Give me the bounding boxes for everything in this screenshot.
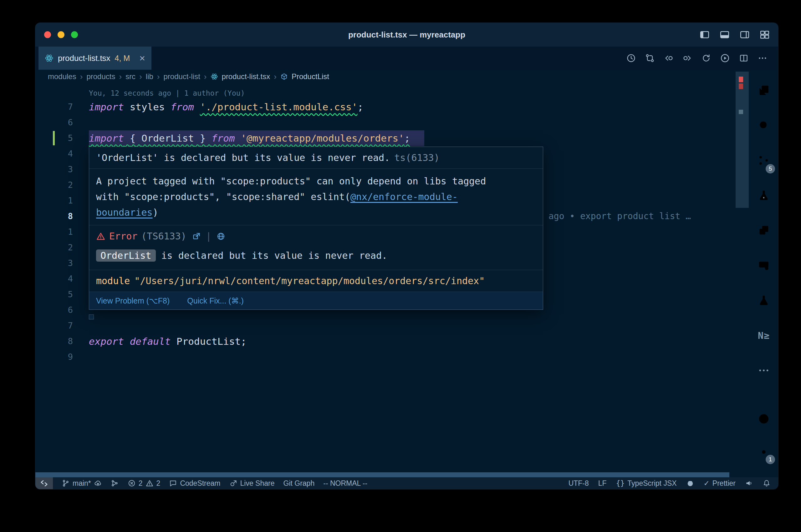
editor-group: modules › products › src › lib › product… bbox=[35, 70, 749, 472]
git-branch-item[interactable]: main* bbox=[62, 479, 102, 488]
open-docs-external-icon[interactable] bbox=[192, 232, 201, 241]
minimize-window-button[interactable] bbox=[58, 31, 65, 38]
live-share-item[interactable]: Live Share bbox=[229, 479, 275, 488]
previous-change-icon[interactable] bbox=[663, 53, 674, 63]
line-number: 6 bbox=[35, 302, 73, 318]
horizontal-scrollbar-thumb[interactable] bbox=[35, 472, 729, 477]
testing-icon[interactable] bbox=[749, 283, 779, 318]
rule-text: A project tagged with "scope:products" c… bbox=[96, 176, 486, 187]
settings-badge: 1 bbox=[766, 455, 775, 464]
punctuation: ; bbox=[358, 101, 364, 113]
quick-fix-button[interactable]: Quick Fix... (⌘.) bbox=[187, 296, 244, 305]
hover-resize-grip[interactable] bbox=[89, 315, 94, 320]
split-editor-icon[interactable] bbox=[739, 53, 749, 63]
errors-icon bbox=[128, 479, 136, 487]
breadcrumb-item-file[interactable]: product-list.tsx bbox=[222, 72, 270, 81]
code-line-export-default[interactable]: export default ProductList; bbox=[89, 334, 247, 349]
toggle-secondary-sidebar-icon[interactable] bbox=[739, 30, 750, 40]
tab-label: product-list.tsx bbox=[58, 54, 110, 63]
cloud-upload-icon bbox=[94, 479, 102, 487]
line-number: 5 bbox=[35, 287, 73, 302]
status-bar: main* 2 2 CodeStream Live Share Git Grap… bbox=[35, 477, 778, 489]
github-item[interactable] bbox=[686, 479, 694, 487]
git-graph-label: Git Graph bbox=[284, 479, 315, 488]
prettier-item[interactable]: ✓ Prettier bbox=[704, 479, 735, 488]
settings-gear-icon[interactable]: 1 bbox=[749, 435, 779, 469]
codestream-label: CodeStream bbox=[180, 479, 220, 488]
vertical-scrollbar-thumb[interactable] bbox=[735, 72, 749, 208]
diagnostic-code: ts(6133) bbox=[394, 152, 440, 163]
react-file-icon bbox=[211, 73, 218, 80]
remote-explorer-icon[interactable] bbox=[749, 248, 779, 283]
extensions-icon[interactable] bbox=[749, 213, 779, 248]
timeline-history-icon[interactable] bbox=[626, 53, 636, 63]
overview-error-mark bbox=[739, 77, 743, 82]
line-number: 4 bbox=[35, 271, 73, 287]
line-number: 2 bbox=[35, 240, 73, 255]
warnings-icon bbox=[145, 479, 153, 487]
nx-console-icon[interactable]: N≥ bbox=[749, 318, 779, 353]
line-number: 1 bbox=[35, 224, 73, 240]
compare-changes-icon[interactable] bbox=[645, 53, 655, 63]
keyword: from bbox=[170, 101, 194, 113]
tab-close-button[interactable]: × bbox=[139, 53, 145, 63]
breadcrumb-item-modules[interactable]: modules bbox=[48, 72, 76, 81]
line-number: 2 bbox=[35, 177, 73, 193]
codelens-blame[interactable]: You, 12 seconds ago | 1 author (You) bbox=[89, 87, 245, 99]
breadcrumb-item-src[interactable]: src bbox=[126, 72, 135, 81]
punctuation: ; bbox=[241, 336, 247, 347]
sync-changes-icon[interactable] bbox=[701, 53, 711, 63]
identifier: ProductList bbox=[177, 336, 241, 347]
warnings-count: 2 bbox=[157, 479, 161, 488]
line-number: 8 bbox=[35, 334, 73, 349]
line-number: 3 bbox=[35, 255, 73, 271]
encoding-item[interactable]: UTF-8 bbox=[568, 479, 589, 488]
source-control-icon[interactable]: 5 bbox=[749, 143, 779, 178]
customize-layout-icon[interactable] bbox=[759, 30, 770, 40]
close-window-button[interactable] bbox=[44, 31, 51, 38]
run-file-icon[interactable] bbox=[720, 53, 730, 63]
breadcrumb-item-products[interactable]: products bbox=[86, 72, 115, 81]
git-graph-status-icon-item[interactable] bbox=[111, 479, 119, 487]
toggle-primary-sidebar-icon[interactable] bbox=[699, 30, 710, 40]
explorer-icon[interactable] bbox=[749, 73, 779, 108]
rule-link[interactable]: @nx/enforce-module- bbox=[350, 191, 458, 202]
punctuation: } bbox=[200, 133, 206, 144]
window-controls bbox=[44, 31, 78, 38]
toggle-panel-icon[interactable] bbox=[719, 30, 730, 40]
notifications-item[interactable] bbox=[763, 479, 771, 487]
git-graph-item[interactable]: Git Graph bbox=[284, 479, 315, 488]
tab-decoration-badge: 4, M bbox=[115, 54, 130, 63]
punctuation: ; bbox=[404, 133, 410, 144]
remote-indicator[interactable] bbox=[35, 477, 53, 489]
codestream-item[interactable]: CodeStream bbox=[169, 479, 220, 488]
accounts-icon[interactable] bbox=[749, 402, 779, 435]
rule-link[interactable]: boundaries bbox=[96, 207, 153, 218]
next-change-icon[interactable] bbox=[682, 53, 692, 63]
code-line-import-orderlist[interactable]: import { OrderList } from '@myreactapp/m… bbox=[89, 130, 410, 146]
eol-item[interactable]: LF bbox=[598, 479, 607, 488]
hover-actions: View Problem (⌥F8) Quick Fix... (⌘.) bbox=[89, 292, 543, 309]
view-problem-button[interactable]: View Problem (⌥F8) bbox=[96, 296, 169, 305]
module-keyword: module bbox=[96, 276, 130, 286]
problems-item[interactable]: 2 2 bbox=[128, 479, 161, 488]
nx-generators-icon[interactable] bbox=[749, 178, 779, 213]
globe-icon[interactable] bbox=[217, 232, 225, 241]
source-control-badge: 5 bbox=[766, 164, 775, 173]
breadcrumb-item-symbol[interactable]: ProductList bbox=[292, 72, 329, 81]
keyword: default bbox=[130, 336, 171, 347]
additional-views-icon[interactable] bbox=[749, 353, 779, 388]
breadcrumb-separator: › bbox=[119, 72, 122, 81]
more-actions-icon[interactable] bbox=[758, 53, 767, 63]
code-line-import-styles[interactable]: import styles from './product-list.modul… bbox=[89, 99, 363, 115]
feedback-item[interactable] bbox=[745, 479, 753, 487]
diagnostic-hover-popup: 'OrderList' is declared but its value is… bbox=[89, 147, 543, 310]
breadcrumb-item-product-list[interactable]: product-list bbox=[163, 72, 200, 81]
breadcrumb-item-lib[interactable]: lib bbox=[146, 72, 153, 81]
zoom-window-button[interactable] bbox=[71, 31, 78, 38]
language-mode-item[interactable]: {} TypeScript JSX bbox=[616, 479, 677, 488]
tab-product-list[interactable]: product-list.tsx 4, M × bbox=[38, 46, 151, 70]
search-icon[interactable] bbox=[749, 108, 779, 143]
live-share-icon bbox=[229, 479, 237, 487]
vim-mode-indicator[interactable]: -- NORMAL -- bbox=[323, 479, 367, 488]
